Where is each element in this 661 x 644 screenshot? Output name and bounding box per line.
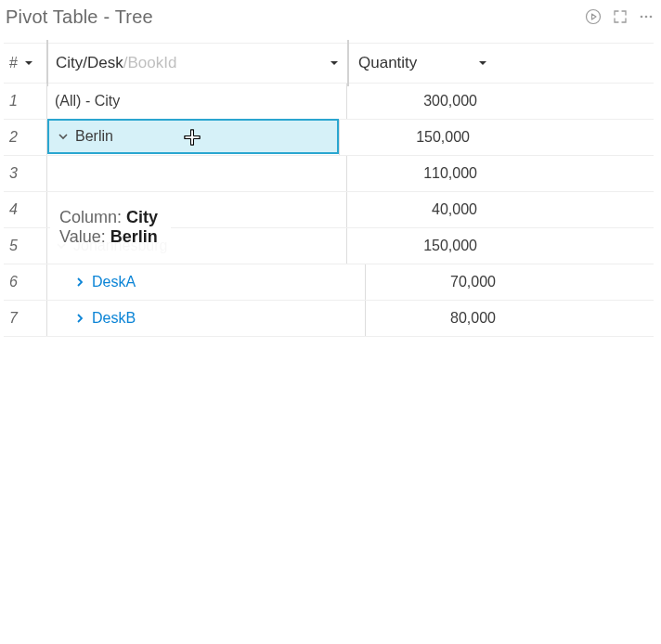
row-index: 5 [4, 228, 46, 264]
col-header-index[interactable]: # [4, 44, 46, 83]
col-header-quantity[interactable]: Quantity [349, 44, 498, 83]
tree-label[interactable]: DeskB [92, 310, 136, 327]
chevron-down-icon[interactable] [57, 131, 70, 142]
tree-label: Berlin [75, 128, 113, 145]
cell-tooltip: Column: City Value: Berlin [50, 199, 171, 256]
dropdown-icon[interactable] [23, 58, 34, 69]
dropdown-icon[interactable] [329, 58, 340, 69]
svg-point-3 [650, 16, 653, 19]
run-icon[interactable] [585, 8, 602, 25]
tree-cell[interactable] [47, 156, 346, 191]
tooltip-value-label: Value: [59, 227, 110, 246]
quantity-cell: 150,000 [340, 120, 479, 155]
quantity-cell: 110,000 [347, 156, 486, 191]
row-index: 2 [4, 120, 46, 155]
quantity-cell: 40,000 [347, 192, 486, 227]
row-index: 4 [4, 192, 46, 227]
col-header-index-label: # [9, 55, 18, 71]
col-header-tree-c: BookId [127, 54, 176, 72]
table-header-row: # City / Desk / BookId Quantity [4, 44, 654, 84]
row-index: 3 [4, 156, 46, 191]
table-row[interactable]: 3 110,000 [4, 156, 654, 192]
col-header-tree[interactable]: City / Desk / BookId [48, 44, 347, 83]
row-index: 6 [4, 264, 46, 300]
svg-point-1 [641, 16, 643, 19]
col-header-tree-a: City [56, 54, 83, 72]
col-header-tree-b: Desk [87, 54, 123, 72]
chevron-right-icon[interactable] [73, 313, 86, 324]
col-header-quantity-label: Quantity [358, 54, 417, 72]
dropdown-icon[interactable] [477, 58, 488, 69]
tooltip-value-value: Berlin [110, 227, 158, 246]
page-title: Pivot Table - Tree [4, 6, 585, 28]
tooltip-column-value: City [126, 208, 158, 226]
pivot-table: # City / Desk / BookId Quantity [4, 43, 654, 337]
more-icon[interactable] [639, 9, 654, 24]
quantity-cell: 80,000 [366, 301, 505, 336]
svg-point-0 [587, 10, 601, 24]
quantity-cell: 70,000 [366, 264, 505, 300]
tree-label[interactable]: DeskA [92, 274, 136, 290]
row-index: 7 [4, 301, 46, 336]
tooltip-column-label: Column: [59, 208, 126, 226]
tree-cell[interactable]: DeskB [47, 301, 365, 336]
table-row[interactable]: 1 (All) - City 300,000 [4, 84, 654, 120]
row-index: 1 [4, 84, 46, 119]
quantity-cell: 150,000 [347, 228, 486, 264]
table-row[interactable]: 6 DeskA 70,000 [4, 264, 654, 301]
expand-icon[interactable] [613, 9, 628, 24]
quantity-cell: 300,000 [347, 84, 486, 119]
table-row[interactable]: 2 Berlin [4, 120, 654, 156]
tree-cell[interactable]: DeskA [47, 264, 365, 300]
tree-cell-selected[interactable]: Berlin [47, 119, 339, 154]
tree-label: (All) - City [55, 93, 120, 109]
table-row[interactable]: 7 DeskB 80,000 [4, 301, 654, 337]
chevron-right-icon[interactable] [73, 277, 86, 288]
tree-cell[interactable]: (All) - City [47, 84, 346, 119]
plus-cursor-icon [183, 128, 201, 150]
svg-point-2 [645, 16, 648, 19]
